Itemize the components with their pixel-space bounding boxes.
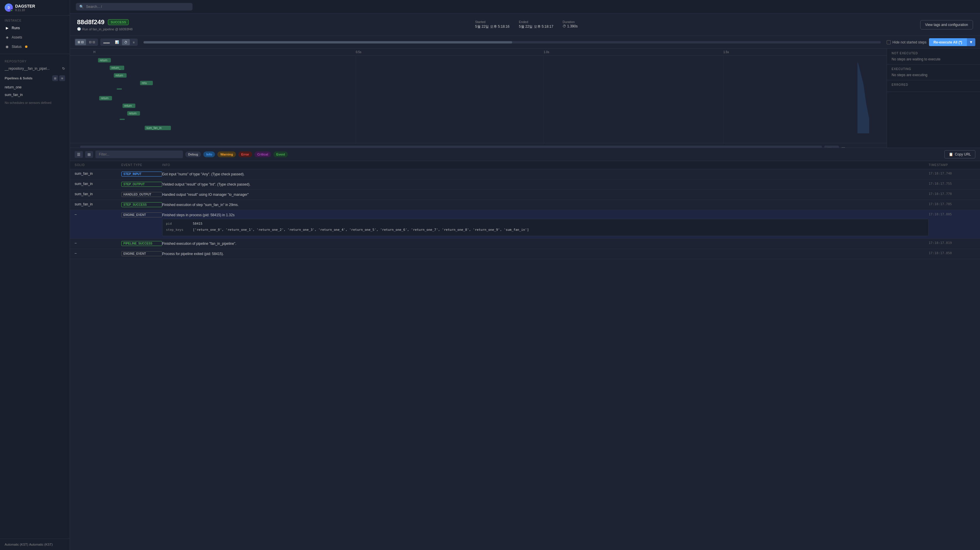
gantt-time-btn[interactable]: ⏱	[122, 39, 130, 45]
sidebar-item-assets[interactable]: ◈ Assets	[0, 33, 70, 42]
gantt-bars-btn[interactable]: ▬▬	[101, 39, 112, 45]
logs-section: ☰ ⊞ Debug Info Warning Error Critical Ev…	[70, 148, 980, 550]
table-row[interactable]: sum_fan_in HANDLED_OUTPUT Handled output…	[70, 190, 980, 200]
timezone-label: Automatic (KST)	[5, 543, 28, 546]
sidebar-item-runs-label: Runs	[12, 26, 20, 30]
gantt-step-sum[interactable]: sum_fan_in	[145, 126, 171, 130]
gantt-step-0[interactable]: return	[98, 58, 111, 62]
no-schedules-message: No schedules or sensors defined	[0, 99, 70, 539]
copy-icon: 📋	[949, 152, 953, 156]
gantt-wrapper: H 0.5s 1.0s 1.5s return return_ return r…	[70, 49, 980, 148]
copy-url-button[interactable]: 📋 Copy URL	[944, 150, 975, 158]
timeline-marker-3: 1.5s	[723, 51, 729, 54]
table-row[interactable]: – ENGINE_EVENT Finished steps in process…	[70, 210, 980, 239]
run-duration-item: Duration ⏱ 1.390s	[563, 20, 578, 29]
log-solid: –	[75, 241, 121, 245]
errored-section: ERRORED	[887, 80, 980, 92]
log-event-type: ENGINE_EVENT	[121, 212, 162, 217]
table-row[interactable]: – PIPELINE_SUCCESS Finished execution of…	[70, 239, 980, 249]
hide-not-started-checkbox[interactable]	[887, 40, 891, 45]
table-row[interactable]: – ENGINE_EVENT Process for pipeline exit…	[70, 249, 980, 259]
view-toggle-group: ⊞ ⊟ ⊟ ⊟	[75, 38, 98, 46]
re-execute-dropdown-btn[interactable]: ▼	[967, 38, 975, 46]
not-executed-title: NOT EXECUTED	[892, 52, 975, 55]
pipeline-sum-fan-in[interactable]: sum_fan_in	[0, 91, 70, 99]
gantt-chart-btn[interactable]: 📊	[113, 39, 121, 45]
logo-icon: D	[5, 3, 13, 12]
log-info: Yielded output "result" of type "Int". (…	[162, 182, 929, 187]
repository-item[interactable]: __repository__fan_in_pipel... ↻	[0, 64, 70, 73]
log-event-type: STEP_INPUT	[121, 172, 162, 177]
log-event-type: STEP_OUTPUT	[121, 182, 162, 187]
ended-value: 5월 22일 오후 5:18:17	[519, 24, 553, 29]
log-event-type: ENGINE_EVENT	[121, 251, 162, 256]
refresh-icon[interactable]: ↻	[62, 67, 65, 71]
re-execute-button[interactable]: Re-execute All (*)	[929, 38, 967, 46]
run-started-item: Started 5월 22일 오후 5:18:16	[475, 20, 509, 29]
pipeline-view-graph-btn[interactable]: ⊞	[52, 75, 58, 81]
logs-grid-view-btn[interactable]: ⊞	[85, 151, 93, 158]
log-level-debug-btn[interactable]: Debug	[185, 151, 201, 157]
log-event-type: STEP_SUCCESS	[121, 202, 162, 207]
step-subset-input[interactable]	[80, 146, 822, 148]
timeline-scrollbar[interactable]	[143, 41, 881, 43]
log-solid: sum_fan_in	[75, 182, 121, 186]
repository-label: REPOSITORY	[0, 56, 70, 64]
gantt-step-8[interactable]	[119, 119, 125, 120]
assets-icon: ◈	[5, 35, 10, 40]
logs-toolbar: ☰ ⊞ Debug Info Warning Error Critical Ev…	[70, 148, 980, 161]
search-bar[interactable]: 🔍 Search... /	[76, 3, 192, 11]
log-level-warning-btn[interactable]: Warning	[217, 151, 236, 157]
layer-btn[interactable]: 🔲 ▲	[824, 146, 839, 148]
app-logo: D DAGSTER 0.11.10	[0, 0, 70, 16]
pipeline-view-list-btn[interactable]: ≋	[59, 75, 65, 81]
gantt-view-btn[interactable]: ⊞ ⊟	[75, 39, 86, 45]
gantt-step-3[interactable]: retu	[140, 81, 153, 85]
gantt-step-7[interactable]: return	[127, 111, 140, 116]
sidebar-item-status[interactable]: ◉ Status	[0, 42, 70, 51]
log-level-error-btn[interactable]: Error	[238, 151, 252, 157]
status-icon: ◉	[5, 45, 10, 49]
started-value: 5월 22일 오후 5:18:16	[475, 24, 509, 29]
status-warning-dot	[25, 46, 27, 48]
gantt-flat-btn[interactable]: ≡	[130, 39, 137, 45]
gantt-step-6[interactable]: return	[123, 104, 135, 108]
clock-icon: 🕐	[77, 27, 81, 31]
log-level-event-btn[interactable]: Event	[273, 151, 288, 157]
logs-filter-input[interactable]	[95, 151, 183, 158]
pipeline-return-one[interactable]: return_one	[0, 83, 70, 91]
log-timestamp: 17:18:17.785	[929, 202, 975, 206]
gantt-step-4[interactable]	[117, 88, 122, 89]
sidebar-item-status-label: Status	[12, 45, 22, 49]
view-tags-button[interactable]: View tags and configuration	[920, 20, 973, 29]
run-pipeline-label: Run of fan_in_pipeline @ b9393f48	[82, 27, 133, 31]
gantt-step-1[interactable]: return_	[110, 65, 124, 70]
grid-line-2	[544, 56, 544, 143]
gantt-alt-view-btn[interactable]: ⊟ ⊟	[87, 39, 97, 45]
sidebar-item-runs[interactable]: ▶ Runs	[0, 23, 70, 33]
log-event-type: PIPELINE_SUCCESS	[121, 241, 162, 246]
copy-url-label: Copy URL	[955, 152, 971, 156]
log-timestamp: 17:18:17.819	[929, 241, 975, 245]
run-ended-item: Ended 5월 22일 오후 5:18:17	[519, 20, 553, 29]
log-info: Finished execution of pipeline "fan_in_p…	[162, 241, 929, 246]
sidebar-bottom: Automatic (KST) Automatic (KST)	[0, 539, 70, 550]
table-row[interactable]: sum_fan_in STEP_INPUT Got input "nums" o…	[70, 169, 980, 179]
hide-not-started-toggle[interactable]: Hide not started steps	[887, 40, 927, 45]
log-timestamp: 17:18:17.740	[929, 172, 975, 175]
log-info: Finished execution of step "sum_fan_in" …	[162, 202, 929, 207]
topbar: 🔍 Search... /	[70, 0, 980, 14]
logs-list-view-btn[interactable]: ☰	[75, 151, 83, 158]
gantt-body: return return_ return retu return return…	[70, 56, 887, 143]
log-level-info-btn[interactable]: Info	[203, 151, 215, 157]
log-timestamp: 17:18:17.778	[929, 192, 975, 196]
hide-unselected-checkbox[interactable]	[841, 147, 845, 148]
gantt-step-5[interactable]: return	[99, 96, 112, 100]
table-row[interactable]: sum_fan_in STEP_OUTPUT Yielded output "r…	[70, 179, 980, 190]
table-row[interactable]: sum_fan_in STEP_SUCCESS Finished executi…	[70, 200, 980, 210]
log-level-critical-btn[interactable]: Critical	[255, 151, 271, 157]
gantt-step-2[interactable]: return	[114, 73, 127, 78]
app-name: DAGSTER	[15, 4, 35, 8]
log-solid: sum_fan_in	[75, 192, 121, 196]
hide-unselected-label: Hide unselected steps	[848, 147, 882, 148]
